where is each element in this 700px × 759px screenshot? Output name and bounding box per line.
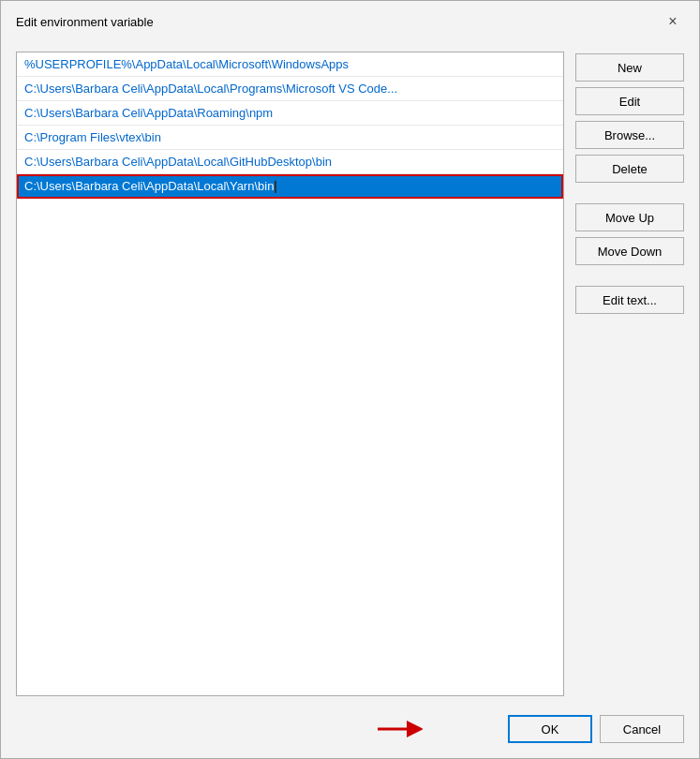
arrow-indicator bbox=[376, 715, 423, 743]
close-button[interactable]: × bbox=[662, 10, 684, 33]
delete-button[interactable]: Delete bbox=[575, 155, 684, 183]
list-item[interactable]: C:\Users\Barbara Celi\AppData\Roaming\np… bbox=[17, 101, 563, 126]
edit-env-variable-dialog: Edit environment variable × %USERPROFILE… bbox=[0, 0, 700, 759]
list-item[interactable]: %USERPROFILE%\AppData\Local\Microsoft\Wi… bbox=[17, 52, 563, 77]
move-down-button[interactable]: Move Down bbox=[575, 237, 684, 265]
env-variable-list[interactable]: %USERPROFILE%\AppData\Local\Microsoft\Wi… bbox=[16, 52, 564, 696]
button-spacer bbox=[575, 188, 684, 198]
dialog-footer: OK Cancel bbox=[1, 707, 699, 758]
browse-button[interactable]: Browse... bbox=[575, 121, 684, 149]
list-item[interactable]: C:\Users\Barbara Celi\AppData\Local\Prog… bbox=[17, 77, 563, 101]
list-item[interactable]: C:\Program Files\vtex\bin bbox=[17, 126, 563, 150]
button-spacer-2 bbox=[575, 271, 684, 280]
dialog-title: Edit environment variable bbox=[16, 15, 154, 29]
action-buttons-panel: New Edit Browse... Delete Move Up Move D… bbox=[575, 52, 684, 696]
edit-text-button[interactable]: Edit text... bbox=[575, 286, 684, 314]
title-bar: Edit environment variable × bbox=[1, 1, 699, 40]
dialog-body: %USERPROFILE%\AppData\Local\Microsoft\Wi… bbox=[1, 40, 699, 707]
move-up-button[interactable]: Move Up bbox=[575, 203, 684, 231]
cancel-button[interactable]: Cancel bbox=[600, 715, 684, 743]
list-item[interactable]: C:\Users\Barbara Celi\AppData\Local\Yarn… bbox=[17, 174, 563, 199]
edit-button[interactable]: Edit bbox=[575, 87, 684, 115]
new-button[interactable]: New bbox=[575, 53, 684, 82]
list-item[interactable]: C:\Users\Barbara Celi\AppData\Local\GitH… bbox=[17, 150, 563, 174]
ok-button[interactable]: OK bbox=[508, 715, 592, 743]
